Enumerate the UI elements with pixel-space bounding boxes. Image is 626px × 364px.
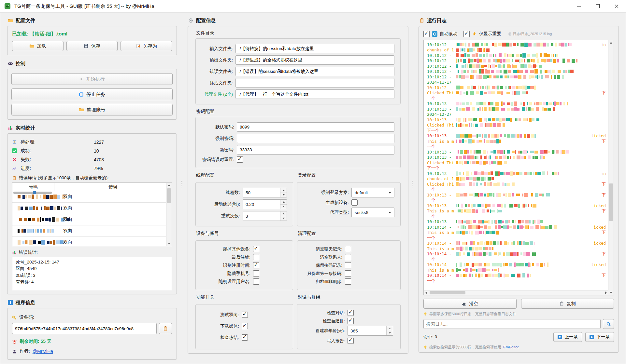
organize-button[interactable]: 整理账号 [11,104,173,115]
new-password-field[interactable] [237,145,394,155]
load-button[interactable]: 加载 [12,41,64,51]
keep-sms-checkbox[interactable] [345,262,351,268]
table-vscrollbar[interactable] [166,183,172,246]
device-code-field[interactable] [12,323,157,334]
check-own-groups-checkbox[interactable] [348,318,354,324]
clear-chats-checkbox[interactable] [345,246,351,252]
new-device-checkbox[interactable] [351,199,358,206]
log-vscrollbar[interactable] [608,40,614,295]
keep-first-sms-checkbox[interactable] [345,270,351,276]
group-age-stepper[interactable]: 365 [348,326,393,336]
reset-on-error-checkbox[interactable] [237,156,243,163]
chevron-down-icon [389,192,391,195]
trend-icon [12,166,21,171]
refresh-icon [432,31,437,37]
splitter-handle[interactable] [181,181,182,189]
clear-log-button[interactable]: 清空 [423,299,517,309]
bulb-icon [423,345,427,349]
force-password-field[interactable] [237,134,394,143]
log-line: 一个 [427,257,606,262]
clipboard-icon [163,326,168,331]
detect-regtime-checkbox[interactable] [253,262,259,268]
author-label: 作者: [20,348,30,354]
author-link[interactable]: @MrMiHa [33,349,53,354]
proxy-file-field[interactable] [235,89,394,99]
splitter-handle[interactable] [412,181,413,189]
col-error[interactable]: 错误 [54,184,172,190]
delay-stepper[interactable]: 0.20 [243,199,287,209]
program-info-header: 程序信息 [8,299,177,306]
log-lines: 10:10:12 - inchunks of 110:10:12 - 10:10… [427,42,606,284]
save-as-button[interactable]: 另存为 [121,41,172,51]
error-detail-label: 错误详情 (最多显示1000条，自动覆盖最老的): [12,175,172,181]
login-scheme-select[interactable]: default [351,188,394,197]
config-info-header: 配置信息 [188,17,408,24]
filter-folder-field[interactable] [235,78,394,88]
log-line: 10:10:14 - 下 [427,273,606,278]
last-logout-checkbox[interactable] [253,254,259,260]
log-output[interactable]: 10:10:12 - inchunks of 110:10:12 - 10:10… [423,40,614,295]
table-row[interactable]: 双向 [12,237,172,246]
search-input[interactable] [423,319,601,329]
log-line: This is a m下 [427,209,606,214]
save-as-icon [136,44,141,48]
threads-stepper[interactable]: 50 [243,188,287,197]
col-number[interactable]: 号码 [12,183,54,191]
check-frozen-checkbox[interactable] [242,334,248,341]
error-folder-field[interactable] [235,67,394,76]
log-line: 10:10:12 - [427,74,606,80]
x-icon [12,157,21,162]
prev-match-button[interactable]: 上一条 [553,332,582,342]
log-line: 10:10:13 - [427,106,606,112]
output-folder-row: 输出文件夹: [202,55,394,65]
clear-contacts-checkbox[interactable] [345,254,351,260]
copy-log-button[interactable]: 复制 [521,299,614,309]
censored-phone-number [16,206,55,210]
save-button[interactable]: 保存 [66,41,118,51]
key-icon [12,315,17,320]
table-row[interactable]: 双向 [12,203,172,214]
default-password-field[interactable] [237,122,394,132]
autoscroll-checkbox[interactable] [423,31,430,37]
titlebar: TG号商一条龙保号工具 - GUI版 [证书剩余 55 天] -- by @Mr… [0,0,626,13]
test-bidir-checkbox[interactable] [242,312,248,318]
important-only-checkbox[interactable] [463,31,470,37]
device-code-label: 设备码: [12,315,172,320]
hide-phone-checkbox[interactable] [253,270,259,276]
download-media-checkbox[interactable] [242,323,248,329]
cleanup-group: 清空聊天记录: 清空联系人: 保留接码记录: 只保留第一条接码: 归档而非删除: [297,240,401,290]
filter-folder-row: 筛活文件夹: [202,78,394,88]
random-username-checkbox[interactable] [253,278,259,285]
minimize-button[interactable] [569,0,588,12]
table-row[interactable]: 双向 [12,225,172,237]
retry-stepper[interactable]: 3 [243,211,287,221]
error-folder-row: 错误文件夹: [202,67,394,76]
stop-button[interactable]: 停止任务 [11,88,173,100]
log-hscrollbar[interactable] [424,290,608,295]
log-line: 下一个 [427,128,606,133]
copy-device-code-button[interactable] [159,323,172,334]
start-button[interactable]: 开始执行 [11,73,173,85]
loaded-config-label: 已加载: 【筛活-细】.toml [12,31,172,37]
check-dialogs-checkbox[interactable] [348,310,354,316]
close-button[interactable] [607,0,626,12]
maximize-button[interactable] [588,0,607,12]
log-line: 一个 [427,198,606,203]
arrow-up-icon [558,335,562,339]
write-report-checkbox[interactable] [348,338,354,344]
table-row[interactable]: 双向 [12,214,172,225]
log-line: 下一个 [427,166,606,171]
proxy-type-select[interactable]: socks5 [351,208,394,217]
emeditor-link[interactable]: EmEditor [503,345,519,349]
next-match-button[interactable]: 下一条 [585,332,614,342]
output-folder-field[interactable] [235,55,394,65]
kick-devices-checkbox[interactable] [253,246,259,252]
input-folder-field[interactable] [235,44,394,53]
bulb-icon [423,312,427,316]
error-stats-text[interactable]: 死号_2025-12-15: 147 双向: 4549 2fa错误: 3 有老群… [12,257,172,290]
search-button[interactable] [603,319,614,329]
log-line: chunks of 1 [427,47,606,53]
table-hscrollbar[interactable] [13,192,52,194]
archive-not-delete-checkbox[interactable] [345,278,351,285]
alarm-icon [12,339,17,344]
